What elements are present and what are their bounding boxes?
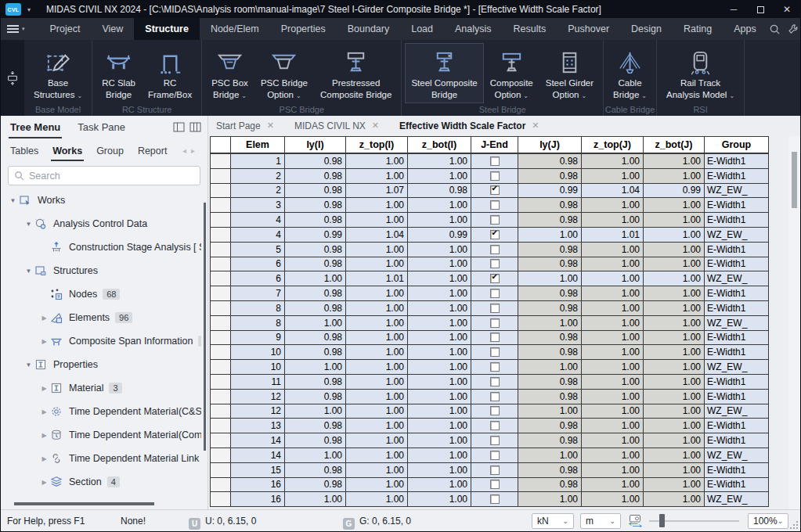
cell-iy-j[interactable]: 1.00 <box>518 271 582 286</box>
checkbox-unchecked[interactable] <box>490 200 500 210</box>
checkbox-unchecked[interactable] <box>490 451 500 460</box>
cell-jend[interactable] <box>471 184 518 199</box>
cell-zbot-i[interactable]: 1.00 <box>408 257 471 272</box>
panel-tab-tree-menu[interactable]: Tree Menu <box>10 121 60 133</box>
row-selector[interactable] <box>211 478 231 493</box>
cell-ztop-j[interactable]: 1.00 <box>582 478 644 493</box>
cell-ztop-i[interactable]: 1.00 <box>346 331 408 346</box>
cell-group[interactable]: E-Width1 <box>705 390 769 404</box>
cell-ztop-j[interactable]: 1.00 <box>582 286 644 301</box>
cell-elem[interactable]: 6 <box>231 271 285 286</box>
cell-iy-i[interactable]: 0.98 <box>285 198 346 213</box>
cell-jend[interactable] <box>471 301 518 316</box>
row-selector[interactable] <box>211 286 231 301</box>
cell-jend[interactable] <box>471 419 518 433</box>
cell-iy-j[interactable]: 0.98 <box>518 345 582 360</box>
tree-item-properties[interactable]: ▼Properties <box>1 353 201 376</box>
tree-item-time-dependent-material-c-s[interactable]: ▶Time Dependent Material(C&S)1 <box>1 400 201 423</box>
cell-ztop-j[interactable]: 1.00 <box>582 271 644 286</box>
cell-zbot-i[interactable]: 0.98 <box>408 184 471 199</box>
close-icon[interactable]: ✕ <box>372 120 379 131</box>
cell-iy-j[interactable]: 1.00 <box>518 448 582 463</box>
cell-elem[interactable]: 8 <box>231 301 285 316</box>
expand-open-icon[interactable]: ▼ <box>23 361 34 368</box>
row-selector[interactable] <box>211 448 231 463</box>
tree-item-construction-stage-analysis-stag[interactable]: Construction Stage Analysis [ Stag <box>1 235 201 259</box>
cell-iy-i[interactable]: 0.98 <box>285 419 346 433</box>
checkbox-unchecked[interactable] <box>490 377 500 386</box>
ribbon-button-rc-slab-bridge[interactable]: RC SlabBridge <box>96 43 142 103</box>
cell-iy-i[interactable]: 0.98 <box>285 375 346 390</box>
cell-elem[interactable]: 5 <box>231 243 285 257</box>
wrench-icon[interactable] <box>786 21 801 37</box>
checkbox-checked[interactable] <box>490 185 500 195</box>
menu-pushover[interactable]: Pushover <box>557 18 620 40</box>
cell-ztop-i[interactable]: 1.00 <box>346 345 408 360</box>
menu-rating[interactable]: Rating <box>673 18 723 40</box>
tree-horizontal-scrollbar[interactable] <box>14 502 154 505</box>
cell-iy-i[interactable]: 0.98 <box>285 345 346 360</box>
cell-jend[interactable] <box>471 345 518 360</box>
cell-iy-j[interactable]: 0.98 <box>518 198 582 213</box>
checkbox-unchecked[interactable] <box>490 332 500 342</box>
row-selector[interactable] <box>211 213 231 228</box>
checkbox-unchecked[interactable] <box>490 156 500 166</box>
subtab-tables[interactable]: Tables <box>10 146 38 156</box>
cell-ztop-i[interactable]: 1.00 <box>346 169 408 184</box>
cell-iy-j[interactable]: 0.98 <box>518 433 582 448</box>
cell-zbot-i[interactable]: 1.00 <box>408 360 471 375</box>
cell-ztop-i[interactable]: 1.00 <box>346 375 408 390</box>
cell-ztop-i[interactable]: 1.00 <box>346 463 408 478</box>
window-close-button[interactable]: ✕ <box>774 1 800 18</box>
cell-ztop-i[interactable]: 1.00 <box>346 404 408 419</box>
row-selector[interactable] <box>211 271 231 286</box>
cell-elem[interactable]: 6 <box>231 257 285 272</box>
row-selector[interactable] <box>211 419 231 433</box>
cell-iy-j[interactable]: 0.98 <box>518 169 582 184</box>
cell-iy-j[interactable]: 0.99 <box>518 184 582 199</box>
close-icon[interactable]: ✕ <box>532 120 539 131</box>
cell-ztop-i[interactable]: 1.00 <box>346 492 408 507</box>
cell-elem[interactable]: 7 <box>231 286 285 301</box>
cell-iy-i[interactable]: 0.98 <box>285 463 346 478</box>
cell-iy-j[interactable]: 0.98 <box>518 301 582 316</box>
checkbox-unchecked[interactable] <box>490 215 500 225</box>
cell-jend[interactable] <box>471 492 518 507</box>
cell-zbot-j[interactable]: 1.00 <box>644 345 705 360</box>
ribbon-button-steel-composite-bridge[interactable]: Steel CompositeBridge <box>405 43 483 103</box>
cell-jend[interactable] <box>471 360 518 375</box>
row-selector[interactable] <box>211 198 231 213</box>
app-icon[interactable]: CVL <box>5 3 21 16</box>
row-selector[interactable] <box>211 169 231 184</box>
cell-zbot-j[interactable]: 1.00 <box>644 478 705 493</box>
row-selector[interactable] <box>211 360 231 375</box>
cell-group[interactable]: E-Width1 <box>705 345 769 360</box>
cell-elem[interactable]: 4 <box>231 213 285 228</box>
cell-iy-j[interactable]: 1.00 <box>518 360 582 375</box>
cell-zbot-j[interactable]: 1.00 <box>644 390 705 404</box>
cell-iy-i[interactable]: 1.00 <box>285 448 346 463</box>
cell-group[interactable]: E-Width1 <box>705 243 769 257</box>
panel-tab-task-pane[interactable]: Task Pane <box>78 121 125 133</box>
cell-zbot-j[interactable]: 1.00 <box>644 243 705 257</box>
cell-ztop-j[interactable]: 1.00 <box>582 433 644 448</box>
cell-elem[interactable]: 14 <box>231 433 285 448</box>
ribbon-collapse-button[interactable] <box>1 40 24 116</box>
checkbox-unchecked[interactable] <box>490 318 500 328</box>
ribbon-button-psc-box-bridge[interactable]: PSC BoxBridge⌄ <box>205 43 254 103</box>
cell-ztop-j[interactable]: 1.00 <box>582 404 644 419</box>
cell-zbot-j[interactable]: 1.00 <box>644 286 705 301</box>
checkbox-unchecked[interactable] <box>490 480 500 489</box>
cell-jend[interactable] <box>471 478 518 493</box>
cell-jend[interactable] <box>471 390 518 404</box>
checkbox-unchecked[interactable] <box>490 362 500 372</box>
checkbox-checked[interactable] <box>490 274 500 283</box>
checkbox-unchecked[interactable] <box>490 304 500 313</box>
cell-group[interactable]: WZ_EW_ <box>705 316 769 331</box>
cell-zbot-i[interactable]: 1.00 <box>408 419 471 433</box>
cell-ztop-i[interactable]: 1.00 <box>346 360 408 375</box>
row-selector[interactable] <box>211 375 231 390</box>
cell-ztop-i[interactable]: 1.00 <box>346 433 408 448</box>
cell-ztop-i[interactable]: 1.00 <box>346 301 408 316</box>
cell-elem[interactable]: 16 <box>231 478 285 493</box>
